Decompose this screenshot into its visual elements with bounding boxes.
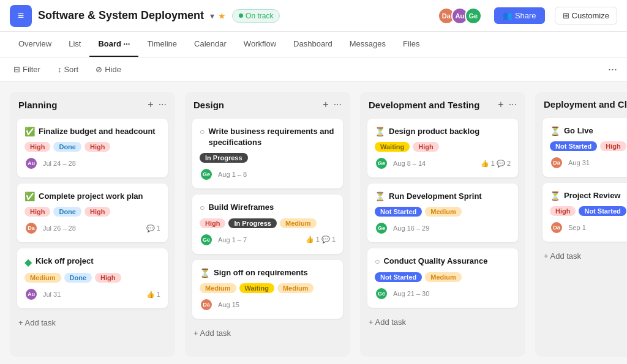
card-title: Kick off project [36, 256, 94, 267]
tag-medium[interactable]: Medium [200, 283, 236, 293]
column-actions-design: + ··· [323, 99, 342, 110]
tab-workflow[interactable]: Workflow [235, 32, 285, 57]
tag-high[interactable]: High [550, 206, 576, 216]
add-card-design-button[interactable]: + [323, 99, 328, 110]
tag-high-2[interactable]: High [84, 142, 110, 152]
column-header-design: Design + ··· [192, 99, 343, 113]
column-title-deployment: Deployment and Close Out [544, 99, 627, 110]
interaction-counts: 👍 1 💬 2 [481, 160, 511, 168]
card-title: Conduct Quality Assurance [383, 256, 487, 267]
more-options-button[interactable]: ··· [608, 63, 617, 76]
column-header-deployment: Deployment and Close Out [543, 99, 627, 112]
more-design-button[interactable]: ··· [334, 99, 342, 110]
card-tags: Not Started Medium [375, 207, 511, 217]
card-tags: Medium Waiting Medium [200, 283, 336, 293]
tab-overview[interactable]: Overview [10, 32, 60, 57]
tag-not-started[interactable]: Not Started [550, 141, 597, 151]
tag-high[interactable]: High [413, 142, 438, 152]
hourglass-icon: ⏳ [375, 127, 385, 136]
tab-dashboard[interactable]: Dashboard [285, 32, 341, 57]
add-task-design-button[interactable]: + Add task [192, 325, 343, 341]
status-badge[interactable]: On track [232, 9, 280, 23]
add-task-planning-button[interactable]: + Add task [17, 314, 168, 331]
tab-messages[interactable]: Messages [341, 32, 394, 57]
card-tags: In Progress [200, 153, 336, 163]
tag-done[interactable]: Done [53, 207, 81, 217]
card-work-plan: ✅ Complete project work plan High Done H… [17, 184, 168, 242]
add-task-dev-button[interactable]: + Add task [367, 314, 518, 330]
tag-not-started[interactable]: Not Started [375, 207, 422, 217]
tag-in-progress[interactable]: In Progress [228, 218, 277, 228]
tag-high[interactable]: High [24, 207, 50, 217]
tab-list[interactable]: List [60, 32, 89, 57]
tag-waiting[interactable]: Waiting [375, 142, 410, 152]
check-circle-icon: ○ [375, 256, 380, 266]
card-date: Aug 8 – 14 [393, 160, 426, 167]
avatar: Da [24, 221, 38, 235]
sort-icon: ↕ [58, 65, 62, 74]
card-footer: Ge Aug 16 – 29 [375, 221, 511, 235]
add-card-planning-button[interactable]: + [148, 99, 153, 110]
diamond-icon: ◆ [24, 256, 32, 268]
customize-button[interactable]: ⊞ Customize [555, 7, 617, 24]
avatar-ge[interactable]: Ge [465, 7, 482, 24]
tab-timeline[interactable]: Timeline [138, 32, 186, 57]
app-icon[interactable]: ≡ [10, 5, 32, 27]
tag-high[interactable]: High [200, 218, 225, 228]
tag-high[interactable]: High [600, 141, 626, 151]
card-footer: Au Jul 31 👍 1 [24, 288, 160, 301]
column-actions-dev: + ··· [498, 99, 517, 110]
avatar: Ge [200, 168, 213, 181]
tag-high[interactable]: High [95, 273, 121, 283]
status-dot [239, 13, 243, 18]
add-task-deployment-button[interactable]: + Add task [543, 248, 627, 264]
tag-waiting[interactable]: Waiting [239, 283, 274, 293]
tag-in-progress[interactable]: In Progress [200, 153, 248, 163]
tag-medium-2[interactable]: Medium [277, 283, 314, 293]
card-tags: Not Started Medium [375, 272, 511, 282]
card-date: Aug 1 – 7 [218, 236, 247, 243]
tag-medium[interactable]: Medium [425, 207, 462, 217]
tag-medium[interactable]: Medium [280, 218, 317, 228]
column-dev-testing: Development and Testing + ··· ⏳ Design p… [360, 92, 525, 357]
card-title: Go Live [564, 125, 593, 136]
column-deployment: Deployment and Close Out ⏳ Go Live Not S… [535, 92, 627, 357]
tab-board[interactable]: Board ··· [89, 32, 138, 57]
tag-not-started[interactable]: Not Started [579, 206, 626, 216]
more-dev-button[interactable]: ··· [509, 99, 517, 110]
avatar: Au [24, 288, 38, 301]
tag-high-2[interactable]: High [84, 207, 110, 217]
card-tags: Not Started High [550, 141, 627, 151]
sort-button[interactable]: ↕ Sort [54, 62, 82, 76]
tag-medium[interactable]: Medium [24, 273, 61, 283]
tag-done[interactable]: Done [53, 142, 81, 152]
star-icon[interactable]: ★ [218, 11, 226, 21]
chevron-down-icon[interactable]: ▾ [210, 11, 214, 21]
share-button[interactable]: 👥 Share [494, 7, 545, 24]
hide-button[interactable]: ⊘ Hide [92, 62, 125, 76]
tag-high[interactable]: High [24, 142, 50, 152]
avatar: Ge [200, 233, 213, 247]
card-date: Aug 16 – 29 [393, 225, 429, 232]
card-go-live: ⏳ Go Live Not Started High Da Aug 31 [543, 118, 627, 177]
card-footer: Ge Aug 8 – 14 👍 1 💬 2 [375, 157, 511, 170]
card-title: Write business requirements and specific… [208, 126, 336, 148]
card-date: Jul 26 – 28 [43, 225, 76, 232]
tag-done[interactable]: Done [64, 273, 92, 283]
project-title: Software & System Deployment [38, 9, 204, 22]
column-title-planning: Planning [18, 100, 57, 110]
more-planning-button[interactable]: ··· [159, 99, 167, 110]
avatar: Ge [375, 287, 388, 300]
card-footer: Ge Aug 1 – 8 [200, 168, 336, 181]
tab-calendar[interactable]: Calendar [186, 32, 235, 57]
add-card-dev-button[interactable]: + [498, 99, 503, 110]
card-date: Aug 21 – 30 [393, 290, 429, 297]
tab-files[interactable]: Files [394, 32, 428, 57]
card-tags: High Done High [24, 207, 160, 217]
tag-not-started[interactable]: Not Started [375, 272, 422, 282]
tag-medium[interactable]: Medium [425, 272, 462, 282]
card-finalize-budget: ✅ Finalize budget and headcount High Don… [17, 119, 168, 177]
avatar: Ge [375, 221, 388, 235]
card-footer: Ge Aug 21 – 30 [375, 287, 511, 300]
filter-button[interactable]: ⊟ Filter [10, 62, 44, 76]
